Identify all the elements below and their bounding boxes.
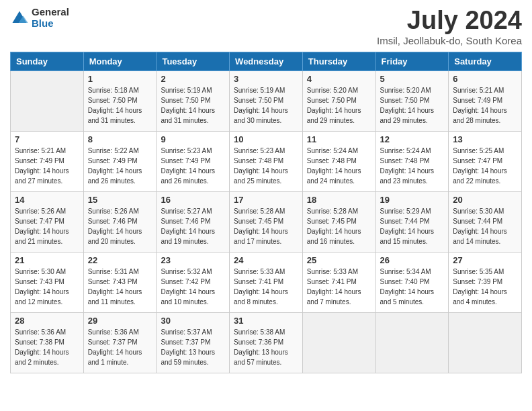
logo-general-label: General <box>32 7 69 18</box>
day-info: Sunrise: 5:24 AM Sunset: 7:48 PM Dayligh… <box>307 146 371 186</box>
week-row-3: 14Sunrise: 5:26 AM Sunset: 7:47 PM Dayli… <box>11 191 522 252</box>
day-info: Sunrise: 5:37 AM Sunset: 7:37 PM Dayligh… <box>161 327 225 367</box>
day-info: Sunrise: 5:28 AM Sunset: 7:45 PM Dayligh… <box>234 206 298 246</box>
day-number: 6 <box>453 74 517 84</box>
day-info: Sunrise: 5:22 AM Sunset: 7:49 PM Dayligh… <box>88 146 152 186</box>
day-info: Sunrise: 5:25 AM Sunset: 7:47 PM Dayligh… <box>453 146 517 186</box>
day-number: 11 <box>307 134 371 144</box>
day-number: 24 <box>234 255 298 265</box>
calendar-table: Sunday Monday Tuesday Wednesday Thursday… <box>10 52 522 373</box>
day-number: 23 <box>161 255 225 265</box>
day-info: Sunrise: 5:20 AM Sunset: 7:50 PM Dayligh… <box>380 85 445 126</box>
day-number: 13 <box>453 134 517 144</box>
calendar-cell: 29Sunrise: 5:36 AM Sunset: 7:37 PM Dayli… <box>83 312 157 373</box>
calendar-cell: 31Sunrise: 5:38 AM Sunset: 7:36 PM Dayli… <box>230 312 303 373</box>
day-number: 30 <box>161 316 225 326</box>
day-number: 1 <box>88 74 152 84</box>
day-number: 2 <box>161 74 225 84</box>
header-monday: Monday <box>83 52 157 71</box>
day-number: 26 <box>380 255 445 265</box>
day-number: 22 <box>88 255 152 265</box>
day-info: Sunrise: 5:32 AM Sunset: 7:42 PM Dayligh… <box>161 267 225 307</box>
header-tuesday: Tuesday <box>157 52 230 71</box>
logo-blue-label: Blue <box>32 18 69 30</box>
calendar-cell: 13Sunrise: 5:25 AM Sunset: 7:47 PM Dayli… <box>449 131 522 191</box>
month-title: July 2024 <box>377 7 522 35</box>
day-info: Sunrise: 5:18 AM Sunset: 7:50 PM Dayligh… <box>88 85 152 126</box>
calendar-cell: 11Sunrise: 5:24 AM Sunset: 7:48 PM Dayli… <box>302 131 375 191</box>
day-info: Sunrise: 5:20 AM Sunset: 7:50 PM Dayligh… <box>307 85 371 126</box>
calendar-cell: 7Sunrise: 5:21 AM Sunset: 7:49 PM Daylig… <box>11 131 84 191</box>
day-number: 9 <box>161 134 225 144</box>
day-number: 14 <box>15 195 79 205</box>
day-number: 10 <box>234 134 298 144</box>
location-subtitle: Imsil, Jeollabuk-do, South Korea <box>377 35 522 46</box>
calendar-cell: 9Sunrise: 5:23 AM Sunset: 7:49 PM Daylig… <box>157 131 230 191</box>
day-number: 19 <box>380 195 445 205</box>
day-info: Sunrise: 5:21 AM Sunset: 7:49 PM Dayligh… <box>453 85 517 126</box>
calendar-cell: 27Sunrise: 5:35 AM Sunset: 7:39 PM Dayli… <box>449 252 522 312</box>
calendar-cell: 19Sunrise: 5:29 AM Sunset: 7:44 PM Dayli… <box>375 191 449 252</box>
day-number: 7 <box>15 134 79 144</box>
day-info: Sunrise: 5:21 AM Sunset: 7:49 PM Dayligh… <box>15 146 79 186</box>
day-number: 21 <box>15 255 79 265</box>
calendar-cell <box>11 71 84 131</box>
calendar-cell: 5Sunrise: 5:20 AM Sunset: 7:50 PM Daylig… <box>375 71 449 131</box>
calendar-cell: 28Sunrise: 5:36 AM Sunset: 7:38 PM Dayli… <box>11 312 84 373</box>
calendar-cell: 18Sunrise: 5:28 AM Sunset: 7:45 PM Dayli… <box>302 191 375 252</box>
calendar-cell: 24Sunrise: 5:33 AM Sunset: 7:41 PM Dayli… <box>230 252 303 312</box>
day-number: 16 <box>161 195 225 205</box>
day-info: Sunrise: 5:30 AM Sunset: 7:44 PM Dayligh… <box>453 206 517 246</box>
day-info: Sunrise: 5:29 AM Sunset: 7:44 PM Dayligh… <box>380 206 445 246</box>
day-info: Sunrise: 5:19 AM Sunset: 7:50 PM Dayligh… <box>161 85 225 126</box>
day-number: 20 <box>453 195 517 205</box>
day-number: 17 <box>234 195 298 205</box>
day-info: Sunrise: 5:31 AM Sunset: 7:43 PM Dayligh… <box>88 267 152 307</box>
day-info: Sunrise: 5:36 AM Sunset: 7:37 PM Dayligh… <box>88 327 152 367</box>
day-number: 12 <box>380 134 445 144</box>
logo-icon <box>10 9 29 28</box>
header-saturday: Saturday <box>449 52 522 71</box>
day-info: Sunrise: 5:34 AM Sunset: 7:40 PM Dayligh… <box>380 267 445 307</box>
day-info: Sunrise: 5:28 AM Sunset: 7:45 PM Dayligh… <box>307 206 371 246</box>
calendar-cell: 6Sunrise: 5:21 AM Sunset: 7:49 PM Daylig… <box>449 71 522 131</box>
week-row-4: 21Sunrise: 5:30 AM Sunset: 7:43 PM Dayli… <box>11 252 522 312</box>
calendar-cell: 23Sunrise: 5:32 AM Sunset: 7:42 PM Dayli… <box>157 252 230 312</box>
week-row-5: 28Sunrise: 5:36 AM Sunset: 7:38 PM Dayli… <box>11 312 522 373</box>
calendar-cell: 30Sunrise: 5:37 AM Sunset: 7:37 PM Dayli… <box>157 312 230 373</box>
logo: General Blue <box>10 7 69 29</box>
day-number: 31 <box>234 316 298 326</box>
day-info: Sunrise: 5:23 AM Sunset: 7:49 PM Dayligh… <box>161 146 225 186</box>
day-info: Sunrise: 5:26 AM Sunset: 7:46 PM Dayligh… <box>88 206 152 246</box>
calendar-cell: 14Sunrise: 5:26 AM Sunset: 7:47 PM Dayli… <box>11 191 84 252</box>
day-info: Sunrise: 5:38 AM Sunset: 7:36 PM Dayligh… <box>234 327 298 367</box>
day-number: 27 <box>453 255 517 265</box>
calendar-cell: 8Sunrise: 5:22 AM Sunset: 7:49 PM Daylig… <box>83 131 157 191</box>
calendar-cell: 2Sunrise: 5:19 AM Sunset: 7:50 PM Daylig… <box>157 71 230 131</box>
day-info: Sunrise: 5:26 AM Sunset: 7:47 PM Dayligh… <box>15 206 79 246</box>
header-friday: Friday <box>375 52 449 71</box>
day-number: 5 <box>380 74 445 84</box>
day-number: 15 <box>88 195 152 205</box>
calendar-cell: 21Sunrise: 5:30 AM Sunset: 7:43 PM Dayli… <box>11 252 84 312</box>
calendar-cell: 26Sunrise: 5:34 AM Sunset: 7:40 PM Dayli… <box>375 252 449 312</box>
day-info: Sunrise: 5:36 AM Sunset: 7:38 PM Dayligh… <box>15 327 79 367</box>
calendar-cell: 12Sunrise: 5:24 AM Sunset: 7:48 PM Dayli… <box>375 131 449 191</box>
calendar-cell: 22Sunrise: 5:31 AM Sunset: 7:43 PM Dayli… <box>83 252 157 312</box>
header-sunday: Sunday <box>11 52 84 71</box>
calendar-cell: 4Sunrise: 5:20 AM Sunset: 7:50 PM Daylig… <box>302 71 375 131</box>
day-number: 29 <box>88 316 152 326</box>
calendar-cell: 10Sunrise: 5:23 AM Sunset: 7:48 PM Dayli… <box>230 131 303 191</box>
day-number: 25 <box>307 255 371 265</box>
header-thursday: Thursday <box>302 52 375 71</box>
header-row: Sunday Monday Tuesday Wednesday Thursday… <box>11 52 522 71</box>
day-info: Sunrise: 5:23 AM Sunset: 7:48 PM Dayligh… <box>234 146 298 186</box>
week-row-2: 7Sunrise: 5:21 AM Sunset: 7:49 PM Daylig… <box>11 131 522 191</box>
calendar-cell: 17Sunrise: 5:28 AM Sunset: 7:45 PM Dayli… <box>230 191 303 252</box>
calendar-cell: 15Sunrise: 5:26 AM Sunset: 7:46 PM Dayli… <box>83 191 157 252</box>
logo-text: General Blue <box>32 7 69 29</box>
day-number: 4 <box>307 74 371 84</box>
calendar-cell: 3Sunrise: 5:19 AM Sunset: 7:50 PM Daylig… <box>230 71 303 131</box>
calendar-cell: 20Sunrise: 5:30 AM Sunset: 7:44 PM Dayli… <box>449 191 522 252</box>
header-wednesday: Wednesday <box>230 52 303 71</box>
